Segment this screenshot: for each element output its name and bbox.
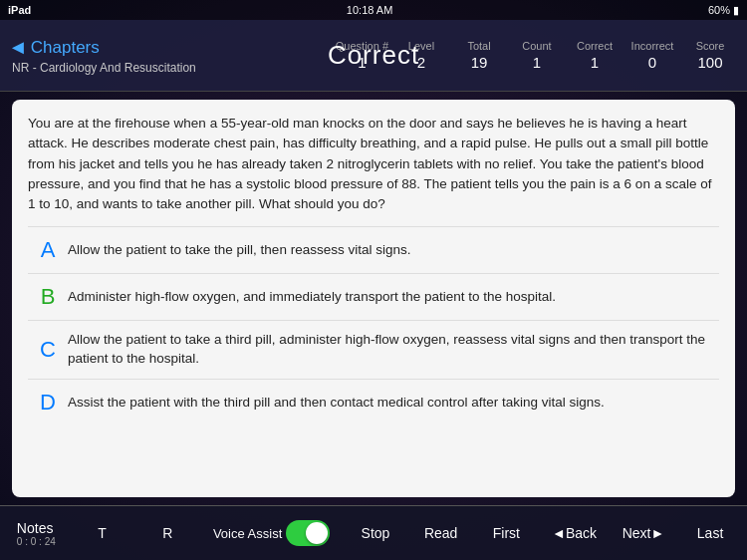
answers-list: A Allow the patient to take the pill, th… — [28, 226, 719, 425]
stat-correct-label: Correct — [577, 40, 613, 53]
answer-b-text: Administer high-flow oxygen, and immedia… — [68, 288, 719, 307]
status-device: iPad — [8, 4, 31, 16]
answer-a-letter: A — [28, 237, 68, 263]
battery-icon: ▮ — [733, 4, 739, 17]
notes-label: Notes — [17, 520, 54, 536]
last-button[interactable]: Last — [690, 525, 730, 541]
next-button[interactable]: Next► — [622, 525, 665, 541]
first-label: First — [493, 525, 520, 541]
stat-score-value: 100 — [697, 54, 722, 71]
answer-c-text: Allow the patient to take a third pill, … — [68, 331, 719, 369]
header: ◄ Chapters NR - Cardiology And Resuscita… — [0, 20, 747, 92]
stat-incorrect-label: Incorrect — [631, 40, 674, 53]
notes-button[interactable]: Notes 0 : 0 : 24 — [17, 520, 57, 547]
header-left: ◄ Chapters NR - Cardiology And Resuscita… — [8, 36, 196, 75]
answer-a-text: Allow the patient to take the pill, then… — [68, 241, 719, 260]
r-button[interactable]: R — [147, 525, 187, 541]
answer-d-letter: D — [28, 390, 68, 416]
answer-b-row[interactable]: B Administer high-flow oxygen, and immed… — [28, 273, 719, 320]
voice-assist-toggle-container: Voice Assist — [213, 520, 330, 546]
answer-a-row[interactable]: A Allow the patient to take the pill, th… — [28, 226, 719, 273]
voice-assist-label: Voice Assist — [213, 526, 282, 541]
stat-count-value: 1 — [533, 54, 541, 71]
chapter-subtitle: NR - Cardiology And Resuscitation — [12, 61, 196, 75]
read-button[interactable]: Read — [421, 525, 461, 541]
stat-score: Score 100 — [681, 40, 739, 70]
answer-c-row[interactable]: C Allow the patient to take a third pill… — [28, 320, 719, 379]
timer-display: 0 : 0 : 24 — [17, 536, 56, 547]
result-label: Correct — [328, 40, 419, 71]
footer-toolbar: Notes 0 : 0 : 24 T R Voice Assist Stop R… — [0, 505, 747, 560]
back-button-nav[interactable]: ◄Back — [552, 525, 597, 541]
stat-score-label: Score — [696, 40, 725, 53]
stat-count: Count 1 — [508, 40, 566, 70]
answer-d-row[interactable]: D Assist the patient with the third pill… — [28, 379, 719, 425]
status-bar: iPad 10:18 AM 60% ▮ — [0, 0, 747, 20]
status-battery: 60% ▮ — [708, 4, 739, 17]
stat-incorrect-value: 0 — [648, 54, 656, 71]
question-text: You are at the firehouse when a 55-year-… — [28, 114, 719, 214]
stat-total: Total 19 — [450, 40, 508, 70]
r-label: R — [162, 525, 172, 541]
t-button[interactable]: T — [83, 525, 123, 541]
answer-c-letter: C — [28, 337, 68, 363]
main-content: You are at the firehouse when a 55-year-… — [0, 92, 747, 505]
stat-total-label: Total — [467, 40, 490, 53]
stat-total-value: 19 — [471, 54, 488, 71]
back-label: Chapters — [31, 38, 100, 58]
battery-percent: 60% — [708, 4, 730, 16]
stat-correct-value: 1 — [591, 54, 599, 71]
voice-assist-toggle[interactable] — [286, 520, 330, 546]
last-label: Last — [697, 525, 723, 541]
stat-count-label: Count — [522, 40, 551, 53]
status-time: 10:18 AM — [347, 4, 392, 16]
t-label: T — [98, 525, 107, 541]
next-label: Next► — [622, 525, 665, 541]
back-nav-label: ◄Back — [552, 525, 597, 541]
toggle-knob — [306, 522, 328, 544]
back-button[interactable]: ◄ Chapters — [8, 36, 196, 59]
question-card: You are at the firehouse when a 55-year-… — [12, 100, 735, 497]
back-chevron-icon: ◄ — [8, 36, 28, 59]
stop-button[interactable]: Stop — [356, 525, 395, 541]
answer-b-letter: B — [28, 284, 68, 310]
stop-label: Stop — [362, 525, 390, 541]
read-label: Read — [424, 525, 457, 541]
answer-d-text: Assist the patient with the third pill a… — [68, 394, 719, 413]
stat-incorrect: Incorrect 0 — [623, 40, 681, 70]
first-button[interactable]: First — [486, 525, 526, 541]
stat-correct: Correct 1 — [566, 40, 623, 70]
